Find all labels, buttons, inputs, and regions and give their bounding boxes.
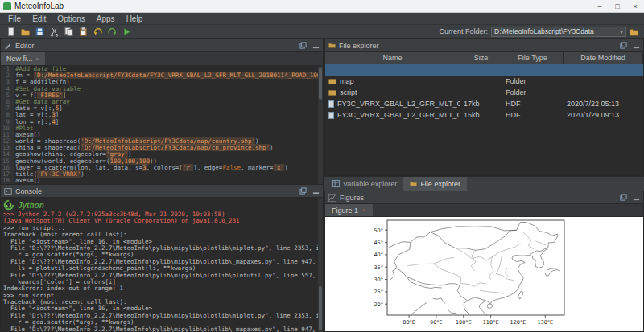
minimize-icon[interactable] — [633, 194, 640, 201]
dock-tabstrip: Variable explorerFile explorer — [324, 176, 644, 191]
float-icon[interactable] — [299, 187, 307, 195]
open-file-icon[interactable] — [19, 26, 31, 37]
cut-icon[interactable] — [47, 26, 60, 37]
editor-code: 1#Add data file2fn = 'D:/MeteoInfoLabscr… — [1, 66, 323, 184]
file-explorer-icon — [410, 180, 417, 187]
console-lines: >>> Jython 2.7.2 (v2.7.2:925a3cc3b48d, M… — [3, 211, 320, 332]
dock-tab-label: File explorer — [420, 180, 460, 188]
console-scrollbar-thumb[interactable] — [319, 286, 322, 330]
file-row[interactable]: FY3C_VRRX_GBAL_L2_GFR_MLT_GL...15kbHDF20… — [325, 109, 643, 121]
file-date: 2020/1/29 09:13 — [564, 111, 643, 119]
new-file-icon[interactable] — [4, 26, 17, 37]
redo-icon[interactable] — [105, 26, 118, 37]
svg-text:40°: 40° — [374, 252, 383, 258]
menu-options[interactable]: Options — [52, 14, 90, 23]
file-name: script — [340, 88, 357, 96]
file-type: HDF — [502, 111, 564, 119]
current-folder-combobox[interactable]: D:\MeteoInfoLabscript\FY3Cdata ▾ — [491, 27, 626, 37]
column-header-file-type[interactable]: File Type — [502, 52, 564, 64]
file-name: map — [340, 77, 354, 85]
editor-tab[interactable]: New fi... × — [1, 52, 45, 65]
jython-banner-label: Jython — [18, 201, 44, 210]
file-size: 17kb — [460, 100, 502, 108]
tab-close-icon[interactable]: × — [36, 55, 40, 63]
svg-text:120°E: 120°E — [510, 319, 526, 326]
minimize-icon[interactable] — [633, 42, 640, 49]
file-type: HDF — [502, 100, 564, 108]
folder-icon — [328, 90, 336, 96]
menu-edit[interactable]: Edit — [27, 14, 52, 23]
column-header-date-modified[interactable]: Date Modified — [564, 52, 643, 64]
file-explorer-panel: File explorer NameSizeFile TypeDate Modi… — [324, 39, 644, 176]
minimize-icon[interactable] — [312, 187, 320, 195]
column-header-name[interactable]: Name — [325, 52, 460, 64]
figure-tabstrip: Figure 1 × — [325, 204, 643, 217]
dock-tab-variable-explorer[interactable]: Variable explorer — [326, 177, 403, 191]
console-panel-header: Console — [1, 185, 323, 198]
console-scrollbar[interactable] — [318, 198, 323, 332]
console-line: File "D:\???\MeteoInfo_2.2.7\MeteoInfo\p… — [3, 326, 320, 332]
code-line: 10#Plot — [1, 125, 323, 132]
menu-file[interactable]: File — [2, 14, 27, 23]
editor-scrollbar-thumb[interactable] — [319, 68, 322, 100]
copy-icon[interactable] — [62, 26, 75, 37]
current-folder-label: Current Folder: — [439, 27, 488, 35]
code-line: 9lon = v[:,4] — [1, 119, 323, 125]
file-row[interactable]: FY3C_VRRX_GBAL_L2_GFR_MLT_GL...17kbHDF20… — [325, 98, 643, 109]
svg-text:80°E: 80°E — [402, 319, 415, 326]
float-icon[interactable] — [620, 42, 627, 49]
console-output[interactable]: Jython >>> Jython 2.7.2 (v2.7.2:925a3cc3… — [1, 198, 323, 332]
run-script-icon[interactable] — [120, 26, 133, 37]
browse-folder-button[interactable] — [627, 26, 640, 37]
file-table-rows: mapFolderscriptFolderFY3C_VRRX_GBAL_L2_G… — [325, 64, 643, 121]
file-table-header: NameSizeFile TypeDate Modified — [325, 52, 643, 64]
svg-text:45°: 45° — [374, 240, 383, 246]
editor-icon — [4, 42, 12, 50]
variable-explorer-icon — [332, 180, 340, 187]
figure-canvas-svg: 80°E90°E100°E110°E120°E130°E20°25°30°35°… — [325, 217, 643, 332]
svg-text:50°: 50° — [374, 227, 383, 234]
dock-tab-file-explorer[interactable]: File explorer — [403, 177, 467, 191]
paste-icon[interactable] — [76, 26, 89, 37]
file-row[interactable]: mapFolder — [325, 76, 643, 87]
menu-apps[interactable]: Apps — [91, 14, 121, 23]
float-icon[interactable] — [299, 42, 307, 49]
app-logo-icon — [3, 2, 11, 10]
close-button[interactable]: × — [626, 0, 644, 12]
file-explorer-panel-title: File explorer — [339, 42, 379, 50]
editor-panel: Editor New fi... × 1#Add data file2fn = … — [0, 39, 324, 184]
file-row[interactable]: scriptFolder — [325, 87, 643, 98]
console-panel: Console Jython >>> Jython 2.7.2 (v2.7.2:… — [0, 184, 324, 332]
float-icon[interactable] — [620, 194, 627, 201]
save-file-icon[interactable] — [33, 26, 46, 37]
minimize-icon[interactable] — [312, 42, 320, 49]
svg-text:25°: 25° — [374, 289, 383, 295]
figures-panel: Figures Figure 1 × 80°E90°E100°E110°E120… — [324, 191, 644, 332]
file-row[interactable] — [325, 64, 643, 76]
folder-icon — [328, 79, 336, 84]
svg-text:20°: 20° — [374, 301, 383, 308]
svg-text:110°E: 110°E — [483, 319, 499, 326]
svg-text:100°E: 100°E — [456, 319, 472, 326]
dock-tab-label: Variable explorer — [343, 180, 397, 188]
svg-text:30°: 30° — [374, 277, 383, 283]
editor-panel-title: Editor — [15, 42, 35, 50]
undo-icon[interactable] — [91, 26, 104, 37]
minimize-button[interactable]: – — [591, 0, 609, 12]
code-line: 17title('FY-3C VRRX') — [1, 171, 323, 178]
file-name: FY3C_VRRX_GBAL_L2_GFR_MLT_GL... — [337, 100, 460, 108]
figure-tab[interactable]: Figure 1 × — [325, 204, 373, 216]
maximize-button[interactable]: □ — [609, 0, 626, 12]
file-date: 2020/7/22 05:13 — [564, 100, 643, 108]
figure-tab-close-icon[interactable]: × — [362, 207, 366, 214]
file-explorer-panel-header: File explorer — [325, 39, 643, 52]
toolbar: Current Folder: D:\MeteoInfoLabscript\FY… — [0, 25, 644, 39]
column-header-size[interactable]: Size — [460, 52, 502, 64]
file-type: Folder — [502, 88, 564, 96]
menu-help[interactable]: Help — [121, 14, 149, 23]
console-icon — [4, 187, 12, 195]
chart-icon — [328, 194, 336, 202]
editor-code-area[interactable]: 1#Add data file2fn = 'D:/MeteoInfoLabscr… — [1, 66, 323, 185]
editor-scrollbar[interactable] — [318, 66, 323, 185]
figure-canvas[interactable]: 80°E90°E100°E110°E120°E130°E20°25°30°35°… — [325, 217, 643, 331]
